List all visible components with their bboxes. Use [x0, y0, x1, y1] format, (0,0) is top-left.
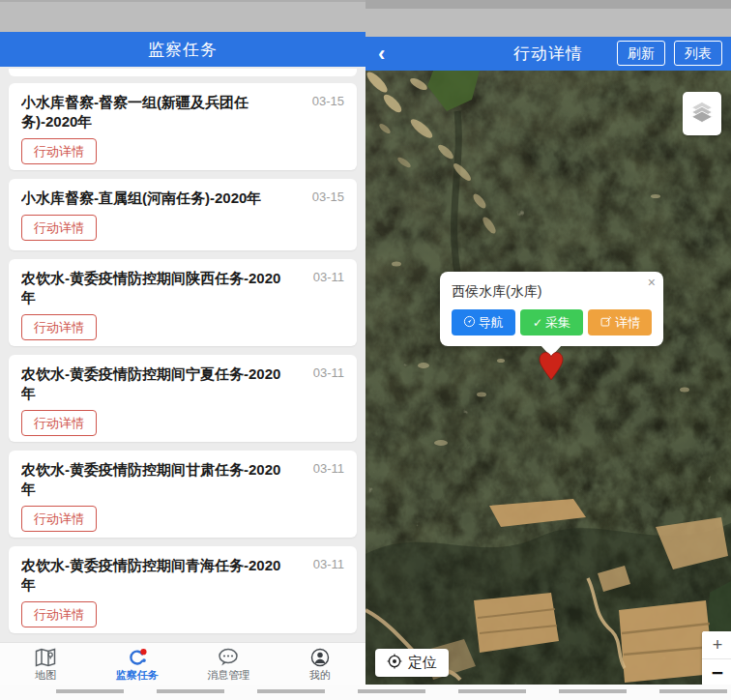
list-button[interactable]: 列表: [674, 41, 722, 66]
zoom-control: + −: [702, 631, 731, 685]
task-card: 农饮水-黄委疫情防控期间甘肃任务-2020年 03-11 行动详情: [9, 451, 357, 538]
map-popup: × 西侯水库(水库) 导航 ✓ 采集: [440, 272, 663, 346]
tasks-sync-icon: [126, 647, 149, 668]
task-date: 03-11: [313, 461, 344, 476]
locate-label: 定位: [408, 654, 437, 672]
navigate-label: 导航: [479, 314, 504, 332]
task-title: 农饮水-黄委疫情防控期间青海任务-2020年: [21, 556, 344, 595]
dashed-line: [0, 689, 731, 693]
tab-tasks[interactable]: 监察任务: [92, 643, 184, 685]
tab-label: 我的: [309, 669, 331, 681]
task-list-header: 监察任务: [0, 32, 366, 67]
task-date: 03-11: [313, 270, 344, 284]
task-date: 03-11: [313, 365, 344, 380]
navigate-icon: [463, 315, 476, 331]
status-bar-left: [0, 0, 366, 32]
task-card: 小水库督察-督察一组(新疆及兵团任务)-2020年 03-15 行动详情: [9, 83, 357, 170]
tab-label: 监察任务: [116, 669, 159, 681]
zoom-out-button[interactable]: −: [702, 658, 731, 685]
tab-label: 地图: [35, 669, 56, 681]
dual-screen-capture: 监察任务 小水库督察-督察一组(新疆及兵团任务)-2020年 03-15 行动详…: [0, 0, 731, 685]
action-detail-button[interactable]: 行动详情: [21, 410, 97, 436]
action-detail-button[interactable]: 行动详情: [21, 138, 97, 164]
navigate-button[interactable]: 导航: [452, 309, 515, 335]
action-detail-button[interactable]: 行动详情: [21, 314, 97, 340]
profile-icon: [308, 647, 332, 668]
task-card: 农饮水-黄委疫情防控期间宁夏任务-2020年 03-11 行动详情: [9, 355, 357, 442]
close-icon[interactable]: ×: [648, 275, 656, 290]
map-icon: [34, 647, 57, 668]
task-title: 农饮水-黄委疫情防控期间宁夏任务-2020年: [21, 365, 344, 403]
check-icon: ✓: [533, 317, 542, 329]
tab-mine[interactable]: 我的: [275, 643, 366, 685]
messages-icon: [217, 647, 240, 668]
task-list[interactable]: 小水库督察-督察一组(新疆及兵团任务)-2020年 03-15 行动详情 小水库…: [0, 67, 366, 642]
task-list-screen: 监察任务 小水库督察-督察一组(新疆及兵团任务)-2020年 03-15 行动详…: [0, 0, 366, 685]
layers-button[interactable]: [683, 92, 721, 135]
refresh-button[interactable]: 刷新: [617, 41, 665, 66]
map-canvas[interactable]: × 西侯水库(水库) 导航 ✓ 采集: [366, 71, 731, 685]
partial-card-above: [9, 69, 357, 76]
edit-icon: [599, 315, 612, 331]
action-detail-button[interactable]: 行动详情: [21, 215, 97, 241]
detail-button[interactable]: 详情: [588, 309, 652, 335]
tab-label: 消息管理: [207, 669, 249, 681]
task-card: 农饮水-黄委疫情防控期间青海任务-2020年 03-11 行动详情: [9, 546, 357, 633]
action-detail-button[interactable]: 行动详情: [21, 601, 97, 627]
task-title: 小水库督察-直属组(河南任务)-2020年: [21, 189, 344, 208]
action-detail-header: ‹ 行动详情 刷新 列表: [366, 37, 731, 71]
detail-label: 详情: [615, 314, 640, 332]
collect-button[interactable]: ✓ 采集: [520, 309, 584, 335]
action-detail-screen: ‹ 行动详情 刷新 列表: [366, 0, 731, 685]
task-date: 03-11: [313, 557, 344, 571]
tab-map[interactable]: 地图: [0, 643, 92, 685]
task-date: 03-15: [312, 190, 344, 204]
task-date: 03-15: [312, 94, 344, 108]
location-pin-icon[interactable]: [537, 349, 566, 387]
task-card: 小水库督察-直属组(河南任务)-2020年 03-15 行动详情: [9, 179, 357, 250]
tab-bar: 地图 监察任务: [0, 642, 366, 685]
task-card: 农饮水-黄委疫情防控期间陕西任务-2020年 03-11 行动详情: [9, 259, 357, 346]
status-bar-right: [366, 0, 731, 37]
task-title: 农饮水-黄委疫情防控期间陕西任务-2020年: [21, 269, 344, 307]
locate-button[interactable]: 定位: [375, 649, 449, 677]
zoom-in-button[interactable]: +: [702, 631, 731, 658]
task-title: 小水库督察-督察一组(新疆及兵团任务)-2020年: [21, 93, 344, 131]
bottom-dashed-divider: [0, 685, 731, 700]
locate-target-icon: [387, 654, 402, 672]
collect-label: 采集: [545, 314, 570, 332]
action-detail-button[interactable]: 行动详情: [21, 506, 97, 532]
tab-messages[interactable]: 消息管理: [183, 643, 275, 685]
task-title: 农饮水-黄委疫情防控期间甘肃任务-2020年: [21, 460, 344, 499]
layers-icon: [687, 99, 716, 129]
popup-title: 西侯水库(水库): [452, 283, 652, 301]
page-title: 监察任务: [148, 39, 218, 61]
back-button[interactable]: ‹: [378, 37, 385, 71]
